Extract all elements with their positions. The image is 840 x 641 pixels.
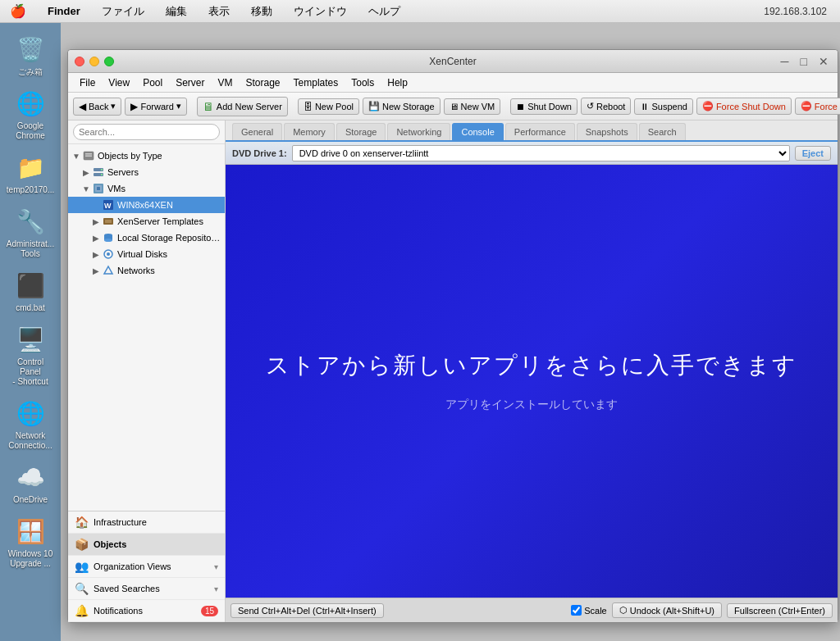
- force-shutdown-label: Force Shut Down: [716, 102, 786, 111]
- view-menu[interactable]: 表示: [205, 2, 233, 20]
- sidebar-saved-searches[interactable]: 🔍 Saved Searches ▾: [68, 578, 225, 600]
- finder-menu[interactable]: Finder: [44, 3, 84, 19]
- tab-memory[interactable]: Memory: [284, 123, 335, 140]
- desktop-icon-control-panel[interactable]: 🖥️ Control Panel- Shortcut: [4, 320, 57, 390]
- saved-searches-arrow: ▾: [214, 584, 218, 593]
- menu-pool[interactable]: Pool: [138, 75, 167, 90]
- tree-vms[interactable]: ▼ VMs: [68, 180, 225, 197]
- tab-general[interactable]: General: [232, 123, 282, 140]
- objects-label: Objects: [94, 539, 126, 549]
- back-button[interactable]: ◀ Back ▾: [73, 98, 121, 116]
- console-area[interactable]: ストアから新しいアプリをさらに入手できます アプリをインストールしています: [226, 165, 838, 598]
- undock-button[interactable]: ⬡ Undock (Alt+Shift+U): [612, 602, 722, 618]
- server-ip: 192.168.3.102: [764, 6, 827, 17]
- search-input[interactable]: [73, 124, 220, 140]
- menu-help[interactable]: Help: [382, 75, 413, 90]
- desktop-icon-temp[interactable]: 📁 temp20170...: [4, 148, 57, 198]
- svg-rect-1: [85, 153, 92, 155]
- control-panel-label: Control Panel- Shortcut: [6, 357, 55, 387]
- desktop-icon-onedrive[interactable]: ☁️ OneDrive: [4, 457, 57, 508]
- tab-performance[interactable]: Performance: [505, 123, 575, 140]
- new-pool-button[interactable]: 🗄 New Pool: [298, 98, 359, 115]
- new-storage-button[interactable]: 💾 New Storage: [363, 98, 441, 115]
- org-views-icon: 👥: [75, 560, 89, 573]
- reboot-label: Reboot: [596, 102, 625, 111]
- force-reboot-button[interactable]: ⛔ Force Reboot: [795, 98, 840, 115]
- shutdown-button[interactable]: ⏹ Shut Down: [510, 98, 578, 115]
- new-vm-icon: 🖥: [450, 102, 459, 111]
- force-shutdown-button[interactable]: ⛔ Force Shut Down: [696, 98, 792, 115]
- fullscreen-button[interactable]: Fullscreen (Ctrl+Enter): [727, 603, 833, 618]
- window-menu[interactable]: ウインドウ: [290, 2, 350, 20]
- file-menu[interactable]: ファイル: [98, 2, 148, 20]
- desktop-icon-admin-tools[interactable]: 🔧 Administrat...Tools: [4, 202, 57, 262]
- console-sub-text: アプリをインストールしています: [445, 398, 618, 412]
- menu-tools[interactable]: Tools: [346, 75, 379, 90]
- tree-root[interactable]: ▼ Objects by Type: [68, 148, 225, 164]
- sidebar-org-views[interactable]: 👥 Organization Views ▾: [68, 556, 225, 578]
- tree-servers[interactable]: ▶ Servers: [68, 164, 225, 180]
- forward-button[interactable]: ▶ Forward ▾: [125, 98, 186, 116]
- sidebar-notifications[interactable]: 🔔 Notifications 15: [68, 600, 225, 622]
- menu-view[interactable]: View: [103, 75, 135, 90]
- new-storage-label: New Storage: [382, 102, 435, 111]
- menu-server[interactable]: Server: [171, 75, 209, 90]
- scale-label: Scale: [584, 606, 607, 616]
- suspend-label: Suspend: [651, 102, 687, 111]
- win10-label: Windows 10Upgrade ...: [8, 549, 52, 569]
- desktop-icon-cmd[interactable]: ⬛ cmd.bat: [4, 266, 57, 316]
- saved-searches-label: Saved Searches: [94, 584, 160, 593]
- dvd-select[interactable]: DVD drive 0 on xenserver-tzliintt: [292, 145, 790, 161]
- menu-vm[interactable]: VM: [213, 75, 238, 90]
- servers-icon: [92, 166, 105, 179]
- vms-expand-icon: ▼: [81, 184, 91, 193]
- edit-menu[interactable]: 編集: [162, 2, 190, 20]
- tree-root-label: Objects by Type: [98, 151, 162, 161]
- folder-icon: 📁: [14, 151, 47, 184]
- win-minimize-button[interactable]: ─: [778, 55, 792, 68]
- svg-marker-19: [104, 266, 112, 274]
- svg-rect-9: [97, 187, 100, 190]
- menu-file[interactable]: File: [75, 75, 100, 90]
- admin-tools-icon: 🔧: [14, 205, 47, 238]
- eject-button[interactable]: Eject: [795, 146, 831, 161]
- menu-templates[interactable]: Templates: [289, 75, 344, 90]
- tree-networks[interactable]: ▶ Networks: [68, 262, 225, 279]
- scale-input[interactable]: [571, 605, 582, 616]
- tab-snapshots[interactable]: Snapshots: [577, 123, 637, 140]
- close-button[interactable]: [75, 57, 84, 66]
- desktop-icon-trash[interactable]: 🗑️ ごみ箱: [4, 30, 57, 80]
- win10-icon: 🪟: [14, 515, 47, 548]
- win-restore-button[interactable]: □: [798, 55, 810, 68]
- send-ctrl-alt-del-button[interactable]: Send Ctrl+Alt+Del (Ctrl+Alt+Insert): [231, 603, 384, 618]
- scale-checkbox[interactable]: Scale: [571, 605, 607, 616]
- menu-storage[interactable]: Storage: [241, 75, 285, 90]
- sidebar-objects[interactable]: 📦 Objects: [68, 534, 225, 556]
- suspend-button[interactable]: ⏸ Suspend: [634, 98, 692, 115]
- maximize-button[interactable]: [104, 57, 114, 66]
- new-vm-button[interactable]: 🖥 New VM: [444, 98, 501, 115]
- tree-virtual-disks[interactable]: ▶ Virtual Disks: [68, 246, 225, 262]
- add-new-server-button[interactable]: 🖥 Add New Server: [197, 97, 288, 116]
- app-menubar: File View Pool Server VM Storage Templat…: [68, 73, 838, 93]
- tree-xenserver-templates[interactable]: ▶ XenServer Templates: [68, 213, 225, 230]
- desktop-icon-win10[interactable]: 🪟 Windows 10Upgrade ...: [4, 511, 57, 572]
- minimize-button[interactable]: [89, 57, 99, 66]
- help-menu[interactable]: ヘルプ: [365, 2, 404, 20]
- desktop-icon-chrome[interactable]: 🌐 GoogleChrome: [4, 84, 57, 144]
- apple-menu[interactable]: 🍎: [10, 3, 26, 19]
- tree-local-storage[interactable]: ▶ Local Storage Repositories: [68, 230, 225, 246]
- tab-search[interactable]: Search: [639, 123, 686, 140]
- tree-win8x64xen[interactable]: W WIN8x64XEN: [68, 197, 225, 213]
- tabs-bar: General Memory Storage Networking Consol…: [226, 120, 838, 142]
- win-close-button[interactable]: ✕: [816, 55, 831, 68]
- reboot-button[interactable]: ↺ Reboot: [581, 98, 631, 115]
- tab-console[interactable]: Console: [452, 123, 503, 140]
- desktop-icon-network[interactable]: 🌐 NetworkConnectio...: [4, 393, 57, 454]
- sidebar-infrastructure[interactable]: 🏠 Infrastructure: [68, 511, 225, 534]
- tab-networking[interactable]: Networking: [387, 123, 450, 140]
- tab-storage[interactable]: Storage: [336, 123, 386, 140]
- ls-expand-icon: ▶: [91, 234, 101, 243]
- dvd-bar: DVD Drive 1: DVD drive 0 on xenserver-tz…: [226, 142, 838, 165]
- move-menu[interactable]: 移動: [248, 2, 276, 20]
